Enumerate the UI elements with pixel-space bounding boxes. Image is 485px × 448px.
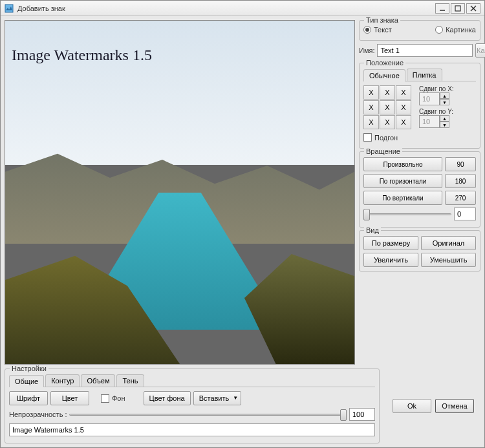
watermark-text-input[interactable] — [9, 423, 375, 436]
name-input[interactable] — [377, 44, 473, 57]
pos-ml[interactable]: X — [363, 100, 379, 114]
shift-y-down[interactable]: ▼ — [440, 122, 449, 128]
bgcolor-button[interactable]: Цвет фона — [144, 391, 191, 405]
preview-area: Image Watermarks 1.5 — [5, 20, 355, 365]
radio-image[interactable] — [435, 26, 443, 34]
position-group: Положение Обычное Плитка X X X X X X X X — [359, 63, 480, 149]
pos-mr[interactable]: X — [396, 100, 411, 114]
rotation-group: Вращение Произвольно 90 По горизонтали 1… — [359, 151, 480, 228]
action-buttons: Ok Отмена — [386, 368, 480, 443]
fit-checkbox[interactable] — [363, 133, 372, 142]
svg-rect-0 — [5, 5, 13, 12]
rotation-slider[interactable] — [363, 208, 451, 220]
view-zoomin-button[interactable]: Увеличить — [363, 253, 418, 267]
position-grid: X X X X X X X X X — [363, 85, 411, 129]
tab-shadow[interactable]: Тень — [116, 374, 144, 387]
rotate-horiz-button[interactable]: По горизонтали — [363, 174, 442, 188]
shift-y-input[interactable] — [419, 115, 440, 128]
watermark-overlay: Image Watermarks 1.5 — [12, 47, 152, 64]
tab-volume[interactable]: Объем — [81, 374, 115, 387]
view-zoomout-button[interactable]: Уменьшить — [421, 253, 476, 267]
radio-text[interactable] — [363, 26, 371, 34]
window-title: Добавить знак — [17, 5, 434, 12]
rotate-free-button[interactable]: Произвольно — [363, 157, 442, 171]
view-original-button[interactable]: Оригинал — [421, 236, 476, 250]
color-button[interactable]: Цвет — [50, 391, 89, 405]
font-button[interactable]: Шрифт — [9, 391, 48, 405]
radio-text-label: Текст — [374, 26, 392, 34]
minimize-button[interactable] — [435, 3, 449, 14]
chevron-down-icon: ▼ — [233, 395, 238, 401]
rotation-value[interactable] — [454, 208, 476, 220]
shift-y-up[interactable]: ▲ — [440, 115, 449, 122]
opacity-slider[interactable] — [69, 408, 347, 421]
pos-tc[interactable]: X — [380, 85, 395, 100]
svg-rect-2 — [455, 6, 460, 11]
pos-br[interactable]: X — [396, 115, 411, 129]
main-window: Добавить знак Image Watermarks 1.5 Тип з… — [0, 0, 485, 448]
view-group-label: Вид — [364, 226, 381, 234]
bg-label: Фон — [112, 394, 125, 402]
opacity-label: Непрозрачность : — [9, 411, 67, 418]
rotate-180-button[interactable]: 180 — [445, 174, 476, 188]
titlebar: Добавить знак — [1, 1, 484, 16]
image-button[interactable]: Картинка — [475, 43, 485, 58]
cancel-button[interactable]: Отмена — [435, 399, 474, 413]
rotate-vert-button[interactable]: По вертикали — [363, 191, 442, 205]
app-icon — [5, 4, 14, 13]
type-group: Тип знака Текст Картинка — [359, 20, 480, 41]
opacity-value[interactable] — [349, 408, 375, 421]
tab-outline[interactable]: Контур — [45, 374, 80, 387]
pos-bl[interactable]: X — [363, 115, 379, 129]
view-group: Вид По размеру Оригинал Увеличить Уменьш… — [359, 230, 480, 272]
type-group-label: Тип знака — [364, 16, 400, 24]
pos-tl[interactable]: X — [363, 85, 379, 100]
tab-tile[interactable]: Плитка — [407, 69, 442, 81]
tab-general[interactable]: Общие — [9, 375, 44, 387]
settings-group: Настройки Общие Контур Объем Тень Шрифт … — [5, 368, 380, 443]
close-button[interactable] — [466, 3, 480, 14]
view-fit-button[interactable]: По размеру — [363, 236, 418, 250]
shift-y-label: Сдвиг по Y: — [419, 108, 476, 115]
bg-checkbox[interactable] — [101, 394, 109, 403]
rotate-90-button[interactable]: 90 — [445, 157, 476, 171]
position-group-label: Положение — [364, 59, 405, 67]
radio-image-label: Картинка — [446, 26, 476, 34]
ok-button[interactable]: Ok — [393, 399, 431, 413]
maximize-button[interactable] — [451, 3, 465, 14]
shift-x-label: Сдвиг по X: — [419, 85, 476, 92]
shift-x-down[interactable]: ▼ — [440, 99, 449, 105]
tab-normal[interactable]: Обычное — [363, 69, 405, 81]
rotation-group-label: Вращение — [364, 147, 402, 155]
rotate-270-button[interactable]: 270 — [445, 191, 476, 205]
pos-tr[interactable]: X — [396, 85, 411, 100]
pos-bc[interactable]: X — [380, 115, 395, 129]
fit-label: Подгон — [374, 134, 398, 142]
pos-mc[interactable]: X — [380, 100, 395, 114]
shift-x-up[interactable]: ▲ — [440, 92, 449, 99]
insert-dropdown[interactable]: Вставить ▼ — [193, 391, 242, 405]
name-label: Имя: — [359, 47, 374, 54]
shift-x-input[interactable] — [419, 92, 440, 105]
settings-group-label: Настройки — [10, 365, 48, 372]
